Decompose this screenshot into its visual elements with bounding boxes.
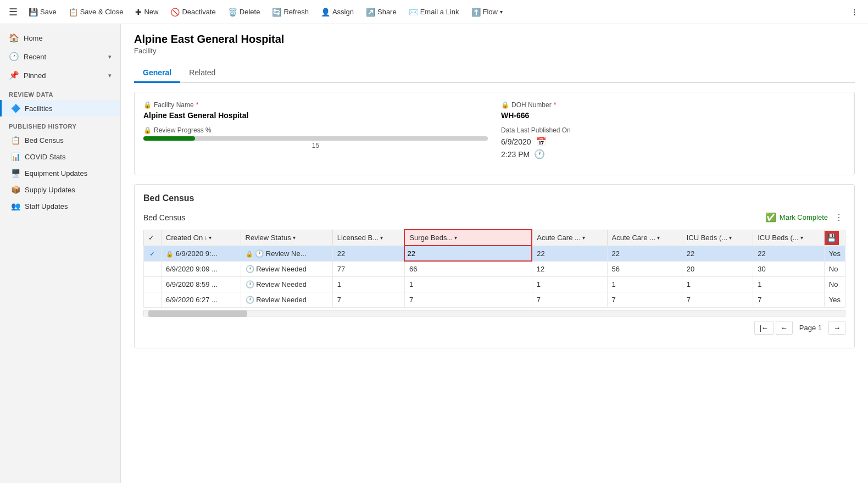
sidebar-item-pinned[interactable]: 📌 Pinned ▾ bbox=[0, 66, 120, 85]
row-surge-beds[interactable]: 66 bbox=[404, 261, 532, 277]
table-more-button[interactable]: ⋮ bbox=[832, 210, 845, 225]
table-body: ✓🔒 6/9/2020 9:...🔒 🕐 Review Ne...2222222… bbox=[144, 246, 845, 308]
save-button[interactable]: 💾 Save bbox=[23, 4, 62, 20]
row-acute-care-2: 22 bbox=[607, 246, 682, 261]
col-header-review-status[interactable]: Review Status ▾ bbox=[241, 230, 332, 246]
sidebar-item-staff-updates[interactable]: 👥 Staff Updates bbox=[0, 198, 120, 214]
published-history-section-label: Published History bbox=[0, 116, 120, 132]
page-label: Page 1 bbox=[795, 324, 826, 332]
col-header-icu-beds-1[interactable]: ICU Beds (... ▾ bbox=[682, 230, 753, 246]
deactivate-button[interactable]: 🚫 Deactivate bbox=[165, 4, 221, 20]
table-row: 6/9/2020 6:27 ...🕐 Review Needed777777Ye… bbox=[144, 292, 845, 308]
row-acute-care-1: 22 bbox=[532, 246, 607, 261]
row-surge-beds[interactable] bbox=[404, 246, 532, 261]
row-review-status: 🕐 Review Needed bbox=[241, 261, 332, 277]
tab-general[interactable]: General bbox=[134, 64, 180, 83]
share-button[interactable]: ↗️ Share bbox=[360, 4, 402, 20]
deactivate-icon: 🚫 bbox=[170, 8, 180, 16]
row-review-status: 🕐 Review Needed bbox=[241, 292, 332, 308]
form-row-1: 🔒 Facility Name * Alpine East General Ho… bbox=[143, 101, 845, 120]
col-header-surge-beds[interactable]: Surge Beds... ▾ bbox=[404, 230, 532, 246]
row-surge-beds[interactable]: 1 bbox=[404, 277, 532, 292]
sidebar-item-covid-stats[interactable]: 📊 COVID Stats bbox=[0, 148, 120, 165]
new-button[interactable]: ✚ New bbox=[130, 4, 164, 20]
col-header-acute-care-1[interactable]: Acute Care ... ▾ bbox=[532, 230, 607, 246]
row-check-cell[interactable]: ✓ bbox=[144, 246, 162, 261]
share-icon: ↗️ bbox=[366, 8, 375, 16]
flow-icon: ⬆️ bbox=[471, 8, 481, 16]
table-save-button[interactable]: 💾 bbox=[825, 231, 839, 245]
bed-census-title: Bed Census bbox=[143, 193, 845, 203]
clock-icon[interactable]: 🕐 bbox=[534, 149, 545, 159]
facilities-icon: 🔷 bbox=[11, 104, 20, 113]
tabs: General Related bbox=[134, 64, 855, 83]
progress-bar-fill bbox=[143, 136, 195, 141]
email-link-button[interactable]: ✉️ Email a Link bbox=[403, 4, 465, 20]
table-sub-header: Bed Census ✅ Mark Complete ⋮ bbox=[143, 210, 845, 225]
row-icu-beds-1: 1 bbox=[682, 277, 753, 292]
more-icon: ⋮ bbox=[851, 8, 858, 16]
col-header-acute-care-2[interactable]: Acute Care ... ▾ bbox=[607, 230, 682, 246]
row-licensed-beds: 22 bbox=[332, 246, 404, 261]
acute1-col-chevron-icon: ▾ bbox=[582, 235, 585, 241]
table-row: 6/9/2020 9:09 ...🕐 Review Needed77661256… bbox=[144, 261, 845, 277]
row-check-cell[interactable] bbox=[144, 261, 162, 277]
row-check-cell[interactable] bbox=[144, 292, 162, 308]
sidebar-item-bed-census[interactable]: 📋 Bed Census bbox=[0, 132, 120, 148]
surge-col-chevron-icon: ▾ bbox=[454, 235, 457, 241]
save-close-button[interactable]: 📋 Save & Close bbox=[63, 4, 129, 20]
page-next-button[interactable]: → bbox=[828, 321, 845, 335]
row-created-on: 6/9/2020 8:59 ... bbox=[162, 277, 241, 292]
col-header-icu-beds-2[interactable]: ICU Beds (... ▾ bbox=[753, 230, 825, 246]
scroll-thumb[interactable] bbox=[148, 310, 247, 317]
row-icu-beds-2: 22 bbox=[753, 246, 825, 261]
row-acute-care-2: 1 bbox=[607, 277, 682, 292]
progress-container: 15 bbox=[143, 136, 488, 149]
data-published-field: Data Last Published On 6/9/2020 📅 2:23 P… bbox=[501, 126, 845, 159]
col-header-licensed-beds[interactable]: Licensed B... ▾ bbox=[332, 230, 404, 246]
sidebar-item-facilities[interactable]: 🔷 Facilities bbox=[0, 100, 120, 116]
row-icu-beds-1: 7 bbox=[682, 292, 753, 308]
flow-button[interactable]: ⬆️ Flow ▾ bbox=[466, 4, 508, 20]
more-button[interactable]: ⋮ bbox=[845, 4, 864, 19]
refresh-icon: 🔄 bbox=[272, 8, 281, 16]
review-data-section-label: Review Data bbox=[0, 85, 120, 100]
sidebar-item-supply-updates[interactable]: 📦 Supply Updates bbox=[0, 181, 120, 198]
row-icu-beds-2: 30 bbox=[753, 261, 825, 277]
published-date-value: 6/9/2020 bbox=[501, 137, 531, 146]
row-last-col: No bbox=[824, 277, 845, 292]
sidebar-item-equipment-updates[interactable]: 🖥️ Equipment Updates bbox=[0, 165, 120, 181]
col-header-created-on[interactable]: Created On ↓ ▾ bbox=[162, 230, 241, 246]
sidebar-item-recent[interactable]: 🕐 Recent ▾ bbox=[0, 47, 120, 66]
page-first-button[interactable]: |← bbox=[754, 321, 773, 335]
delete-button[interactable]: 🗑️ Delete bbox=[222, 4, 266, 20]
row-icu-beds-2: 7 bbox=[753, 292, 825, 308]
table-header-row: ✓ Created On ↓ ▾ bbox=[144, 230, 845, 246]
row-icu-beds-1: 20 bbox=[682, 261, 753, 277]
page-header: Alpine East General Hospital Facility bbox=[134, 33, 855, 55]
facility-name-value: Alpine East General Hospital bbox=[143, 111, 488, 120]
refresh-button[interactable]: 🔄 Refresh bbox=[266, 4, 314, 20]
mark-complete-button[interactable]: ✅ Mark Complete bbox=[765, 212, 828, 223]
equipment-updates-icon: 🖥️ bbox=[11, 169, 20, 177]
row-review-status: 🔒 🕐 Review Ne... bbox=[241, 246, 332, 261]
header-check-icon: ✓ bbox=[148, 234, 154, 242]
icu2-col-chevron-icon: ▾ bbox=[800, 235, 803, 241]
calendar-icon[interactable]: 📅 bbox=[536, 136, 547, 147]
recent-icon: 🕐 bbox=[9, 52, 19, 62]
assign-button[interactable]: 👤 Assign bbox=[315, 4, 359, 20]
email-icon: ✉️ bbox=[409, 8, 418, 16]
surge-beds-input[interactable] bbox=[407, 249, 529, 258]
menu-button[interactable]: ☰ bbox=[4, 4, 22, 20]
horizontal-scrollbar[interactable] bbox=[143, 310, 845, 317]
row-licensed-beds: 7 bbox=[332, 292, 404, 308]
row-last-col: Yes bbox=[824, 246, 845, 261]
col-chevron-icon: ▾ bbox=[209, 235, 212, 241]
row-check-cell[interactable] bbox=[144, 277, 162, 292]
row-acute-care-1: 7 bbox=[532, 292, 607, 308]
pinned-chevron-icon: ▾ bbox=[108, 72, 112, 79]
tab-related[interactable]: Related bbox=[180, 64, 224, 83]
sidebar-item-home[interactable]: 🏠 Home bbox=[0, 29, 120, 47]
page-prev-button[interactable]: ← bbox=[776, 321, 793, 335]
row-surge-beds[interactable]: 7 bbox=[404, 292, 532, 308]
